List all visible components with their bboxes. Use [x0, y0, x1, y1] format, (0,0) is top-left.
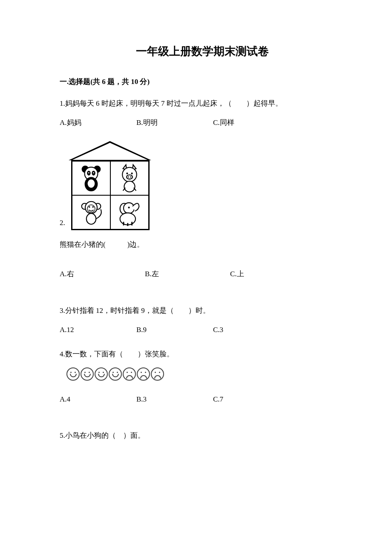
smile-face-icon — [109, 367, 122, 381]
choice-c: C.3 — [213, 324, 290, 335]
house-roof — [69, 141, 151, 160]
question-4: 4.数一数，下面有（ ）张笑脸。 A.4 B.3 C.7 — [60, 348, 345, 405]
smile-face-icon — [81, 367, 94, 381]
choice-b: B.9 — [136, 324, 213, 335]
sad-face-icon — [137, 367, 150, 381]
svg-point-6 — [93, 172, 94, 173]
svg-point-22 — [89, 206, 90, 208]
question-2-choices: A.右 B.左 C.上 — [60, 268, 345, 280]
house-grid — [71, 160, 150, 230]
panda-icon — [76, 163, 106, 193]
faces-row — [66, 367, 345, 381]
choice-b: B.明明 — [136, 117, 213, 128]
question-3-text: 3.分针指着 12，时针指着 9，就是（ ）时。 — [60, 305, 345, 316]
question-4-text: 4.数一数，下面有（ ）张笑脸。 — [60, 348, 345, 360]
svg-point-13 — [128, 176, 129, 178]
choice-b: B.左 — [145, 268, 230, 280]
choice-c: C.7 — [213, 393, 290, 405]
choice-a: A.妈妈 — [60, 117, 136, 128]
choice-b: B.3 — [136, 393, 213, 405]
question-1: 1.妈妈每天 6 时起床，明明每天 7 时过一点儿起床，（ ）起得早。 A.妈妈… — [60, 98, 345, 128]
question-2-row: 2. — [60, 141, 345, 230]
choice-c: C.同样 — [213, 117, 290, 128]
svg-point-27 — [128, 207, 130, 208]
svg-point-10 — [126, 173, 128, 174]
choice-a: A.4 — [60, 393, 136, 405]
cell-elephant — [110, 195, 149, 229]
pig-icon — [115, 163, 144, 193]
smile-face-icon — [95, 367, 108, 381]
question-2: 2. — [60, 141, 345, 280]
sad-face-icon — [151, 367, 164, 381]
cell-pig — [110, 161, 149, 195]
svg-point-5 — [88, 172, 89, 173]
svg-point-14 — [130, 176, 131, 178]
svg-point-8 — [87, 179, 95, 188]
sad-face-icon — [123, 367, 136, 381]
choice-a: A.右 — [60, 268, 145, 280]
question-1-choices: A.妈妈 B.明明 C.同样 — [60, 117, 345, 128]
section-header: 一.选择题(共 6 题，共 10 分) — [60, 76, 345, 87]
svg-point-23 — [92, 206, 94, 208]
choice-a: A.12 — [60, 324, 136, 335]
question-3: 3.分针指着 12，时针指着 9，就是（ ）时。 A.12 B.9 C.3 — [60, 305, 345, 335]
choice-c: C.上 — [230, 268, 315, 280]
question-1-text: 1.妈妈每天 6 时起床，明明每天 7 时过一点儿起床，（ ）起得早。 — [60, 98, 345, 109]
svg-point-15 — [124, 181, 135, 192]
question-5: 5.小鸟在小狗的（ ）面。 — [60, 430, 345, 441]
elephant-icon — [115, 197, 144, 227]
svg-point-12 — [127, 175, 133, 179]
svg-point-11 — [131, 173, 133, 174]
cell-panda — [72, 161, 110, 195]
page-title: 一年级上册数学期末测试卷 — [60, 43, 345, 61]
smile-face-icon — [66, 367, 80, 381]
house-figure — [69, 141, 152, 230]
question-2-number: 2. — [60, 217, 65, 228]
page: 一年级上册数学期末测试卷 一.选择题(共 6 题，共 10 分) 1.妈妈每天 … — [0, 0, 392, 555]
cell-monkey — [72, 195, 110, 229]
question-3-choices: A.12 B.9 C.3 — [60, 324, 345, 335]
question-2-text: 熊猫在小猪的( )边。 — [60, 239, 345, 250]
monkey-icon — [76, 197, 106, 227]
question-5-text: 5.小鸟在小狗的（ ）面。 — [60, 430, 345, 441]
svg-point-24 — [86, 214, 96, 224]
question-4-choices: A.4 B.3 C.7 — [60, 393, 345, 405]
